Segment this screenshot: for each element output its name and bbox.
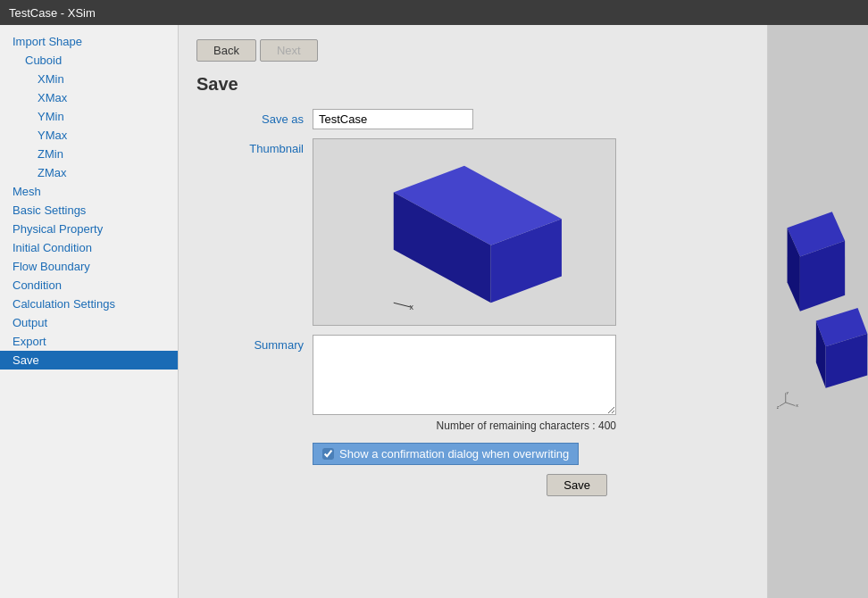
nav-buttons: Back Next: [196, 39, 749, 62]
main-layout: Import Shape Cuboid XMin XMax YMin YMax …: [0, 25, 868, 598]
back-button[interactable]: Back: [196, 39, 256, 62]
summary-label: Summary: [196, 335, 304, 352]
save-as-label: Save as: [196, 109, 304, 126]
sidebar-item-import-shape[interactable]: Import Shape: [0, 32, 178, 51]
save-as-input[interactable]: [313, 109, 473, 129]
sidebar-item-initial-condition[interactable]: Initial Condition: [0, 238, 178, 257]
overwrite-checkbox-text: Show a confirmation dialog when overwrit…: [339, 447, 569, 461]
sidebar-item-save[interactable]: Save: [0, 351, 178, 370]
sidebar-item-calculation-settings[interactable]: Calculation Settings: [0, 295, 178, 313]
save-btn-row: Save: [196, 474, 607, 496]
sidebar-item-cuboid[interactable]: Cuboid: [0, 51, 178, 70]
thumbnail-box: x: [313, 138, 616, 326]
viewport-svg: Y X Z: [768, 25, 868, 598]
chars-remaining: Number of remaining characters : 400: [313, 419, 616, 432]
summary-wrapper: Number of remaining characters : 400: [313, 335, 749, 432]
sidebar-item-basic-settings[interactable]: Basic Settings: [0, 201, 178, 220]
sidebar-item-output[interactable]: Output: [0, 313, 178, 332]
svg-text:x: x: [410, 303, 414, 311]
checkbox-row: Show a confirmation dialog when overwrit…: [313, 443, 749, 465]
sidebar-item-mesh[interactable]: Mesh: [0, 182, 178, 201]
page-title: Save: [196, 74, 749, 95]
summary-input[interactable]: [313, 335, 616, 415]
overwrite-checkbox[interactable]: [322, 448, 334, 460]
sidebar-item-flow-boundary[interactable]: Flow Boundary: [0, 257, 178, 276]
viewport-3d: Y X Z: [768, 25, 868, 598]
app-title: TestCase - XSim: [9, 6, 96, 20]
content-area: Back Next Save Save as Thumbnail: [179, 25, 868, 598]
sidebar-item-ymax[interactable]: YMax: [0, 126, 178, 145]
sidebar-item-condition[interactable]: Condition: [0, 276, 178, 295]
sidebar: Import Shape Cuboid XMin XMax YMin YMax …: [0, 25, 179, 598]
next-button[interactable]: Next: [260, 39, 318, 62]
svg-text:Y: Y: [786, 391, 789, 395]
title-bar: TestCase - XSim: [0, 0, 868, 25]
overwrite-checkbox-label[interactable]: Show a confirmation dialog when overwrit…: [313, 443, 579, 465]
sidebar-item-ymin[interactable]: YMin: [0, 107, 178, 126]
form-table: Save as Thumbnail: [196, 109, 749, 432]
svg-text:X: X: [796, 403, 798, 408]
sidebar-item-xmax[interactable]: XMax: [0, 88, 178, 107]
thumbnail-label: Thumbnail: [196, 138, 304, 155]
form-panel: Back Next Save Save as Thumbnail: [179, 25, 768, 598]
sidebar-item-export[interactable]: Export: [0, 332, 178, 351]
sidebar-item-zmin[interactable]: ZMin: [0, 145, 178, 163]
save-button[interactable]: Save: [547, 474, 607, 496]
thumbnail-svg: x: [313, 139, 615, 325]
save-as-field-wrapper: [313, 109, 749, 129]
sidebar-item-xmin[interactable]: XMin: [0, 70, 178, 88]
sidebar-item-physical-property[interactable]: Physical Property: [0, 220, 178, 238]
sidebar-item-zmax[interactable]: ZMax: [0, 163, 178, 182]
